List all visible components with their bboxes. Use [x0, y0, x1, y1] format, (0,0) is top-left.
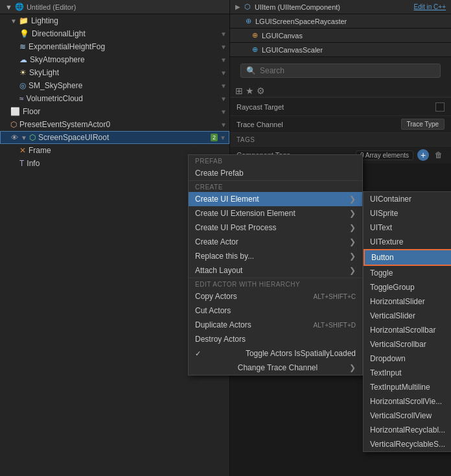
- submenu-horizontal-scrollbar[interactable]: HorizontalScrollbar: [364, 323, 451, 337]
- raycast-label: Raycast Target: [237, 103, 435, 111]
- floor-label: Floor: [23, 107, 40, 116]
- submenu-vertical-recyclable[interactable]: VerticalRecyclableS...: [364, 437, 451, 451]
- submenu-textinput-multiline[interactable]: TextInputMultiline: [364, 380, 451, 394]
- create-ui-post-item[interactable]: Create UI Post Process ❯: [189, 220, 362, 235]
- edit-in-cpp[interactable]: Edit in C++: [414, 3, 446, 10]
- tree-item-sky-light[interactable]: ☀ SkyLight ▼: [0, 66, 229, 79]
- vol-cloud-label: VolumetricCloud: [27, 94, 83, 103]
- fog-label: ExponentialHeightFog: [29, 42, 105, 51]
- cut-actors-item[interactable]: Cut Actors: [189, 303, 362, 318]
- submenu-vertical-scrollview[interactable]: VerticalScrollView: [364, 409, 451, 423]
- tree-header: ▼ 🌐 Untitled (Editor): [0, 0, 229, 14]
- create-ui-element-item[interactable]: Create UI Element ❯: [189, 192, 362, 206]
- world-icon: 🌐: [15, 3, 24, 11]
- submenu-dropdown[interactable]: Dropdown: [364, 351, 451, 366]
- tree-item-volumetric-cloud[interactable]: ≈ VolumetricCloud ▼: [0, 92, 229, 105]
- tags-section-label: Tags: [237, 136, 255, 143]
- tree-item-sky-atmosphere[interactable]: ☁ SkyAtmosphere ▼: [0, 53, 229, 66]
- submenu-uitexture[interactable]: UITexture: [364, 235, 451, 249]
- directional-light-label: DirectionalLight: [32, 29, 86, 38]
- attach-layout-chevron: ❯: [349, 266, 356, 275]
- canvas-label: LGUICanvas: [262, 32, 303, 40]
- create-actor-item[interactable]: Create Actor ❯: [189, 235, 362, 249]
- destroy-actors-item[interactable]: Destroy Actors: [189, 332, 362, 346]
- toggle-spatially-item[interactable]: ✓ Toggle Actors IsSpatiallyLoaded: [189, 346, 362, 361]
- create-ui-extension-item[interactable]: Create UI Extension Element ❯: [189, 206, 362, 220]
- trace-row: Trace Channel Trace Type: [230, 115, 451, 132]
- trace-type-btn[interactable]: Trace Type: [401, 119, 445, 130]
- toggle-check: ✓: [195, 350, 201, 358]
- lgui-canvas-row: ⊕ LGUICanvas: [230, 29, 451, 43]
- replace-this-item[interactable]: Replace this by... ❯: [189, 249, 362, 263]
- search-container: 🔍: [230, 57, 451, 84]
- submenu-horizontal-recyclable[interactable]: HorizontalRecyclabl...: [364, 423, 451, 437]
- prefab-section-label: PREFAB: [189, 155, 362, 166]
- duplicate-actors-item[interactable]: Duplicate Actors ALT+SHIFT+D: [189, 318, 362, 332]
- submenu-horizontal-scrollview[interactable]: HorizontalScrollVie...: [364, 394, 451, 409]
- search-icon: 🔍: [246, 66, 256, 75]
- right-header-2: ⊕ LGUIScreenSpaceRaycaster: [230, 14, 451, 29]
- tree-item-screen-space[interactable]: 👁 ▼ ⬡ ScreenSpaceUIRoot 2 ▼: [0, 131, 229, 144]
- submenu-button[interactable]: Button: [364, 249, 451, 266]
- sky-atm-label: SkyAtmosphere: [30, 55, 85, 64]
- array-elements-badge: 0 Array elements: [356, 150, 413, 160]
- lighting-label: Lighting: [31, 16, 58, 25]
- tags-header: Tags: [230, 132, 451, 146]
- raycaster-label: LGUIScreenSpaceRaycaster: [255, 18, 347, 25]
- edit-section-label: EDIT ACTOR WITH HIERARCHY: [189, 278, 362, 289]
- change-trace-chevron: ❯: [349, 363, 356, 372]
- tree-item-floor[interactable]: ⬜ Floor ▼: [0, 105, 229, 118]
- replace-chevron: ❯: [349, 252, 356, 261]
- delete-tag-button[interactable]: 🗑: [433, 149, 445, 161]
- submenu-create-ui: UIContainer UISprite UIText UITexture Bu…: [363, 191, 451, 452]
- grid-icon[interactable]: ⊞: [235, 86, 243, 96]
- scaler-icon: ⊕: [252, 45, 258, 54]
- gear-icon[interactable]: ⚙: [257, 86, 265, 96]
- context-menu: PREFAB Create Prefab CREATE Create UI El…: [188, 154, 363, 375]
- submenu-uicontainer[interactable]: UIContainer: [364, 192, 451, 206]
- screen-space-label: ScreenSpaceUIRoot: [38, 133, 109, 142]
- sky-light-label: SkyLight: [29, 68, 59, 77]
- frame-label: Frame: [29, 146, 51, 155]
- attach-layout-item[interactable]: Attach Layout ❯: [189, 263, 362, 278]
- right-panel: ▶ ⬡ UIItem (UIItemComponent) Edit in C++…: [230, 0, 451, 163]
- submenu-horizontal-slider[interactable]: HorizontalSlider: [364, 294, 451, 309]
- tree-header-arrow: ▼: [5, 3, 12, 11]
- create-ui-ext-chevron: ❯: [349, 209, 356, 218]
- tree-item-directional-light[interactable]: 💡 DirectionalLight ▼: [0, 27, 229, 40]
- copy-actors-item[interactable]: Copy Actors ALT+SHIFT+C: [189, 289, 362, 303]
- tree-item-sm-skysphere[interactable]: ◎ SM_SkySphere ▼: [0, 79, 229, 92]
- count-badge: 2: [211, 134, 218, 141]
- submenu-toggle[interactable]: Toggle: [364, 266, 451, 280]
- create-ui-element-chevron: ❯: [349, 195, 356, 204]
- submenu-vertical-slider[interactable]: VerticalSlider: [364, 309, 451, 323]
- add-tag-button[interactable]: +: [417, 149, 429, 161]
- create-ui-post-chevron: ❯: [349, 223, 356, 232]
- star-icon[interactable]: ★: [246, 86, 254, 96]
- tree-item-exponential-fog[interactable]: ≋ ExponentialHeightFog ▼: [0, 40, 229, 53]
- tree-item-lighting[interactable]: ▼ 📁 Lighting: [0, 14, 229, 27]
- create-section-label: CREATE: [189, 180, 362, 192]
- submenu-uitext[interactable]: UIText: [364, 220, 451, 235]
- raycast-row: Raycast Target: [230, 97, 451, 115]
- raycast-checkbox[interactable]: [435, 102, 445, 112]
- tree-item-preset-event[interactable]: ⬡ PresetEventSystemActor0 ▼: [0, 118, 229, 131]
- search-input[interactable]: [260, 66, 435, 75]
- search-bar: 🔍: [240, 64, 441, 78]
- bottom-section: Raycast Target Trace Channel Trace Type …: [230, 97, 451, 163]
- create-prefab-item[interactable]: Create Prefab: [189, 166, 362, 180]
- submenu-togglegroup[interactable]: ToggleGroup: [364, 280, 451, 294]
- scaler-label: LGUICanvasScaler: [262, 46, 323, 54]
- tree-header-title: Untitled (Editor): [27, 3, 76, 11]
- submenu-textinput[interactable]: TextInput: [364, 366, 451, 380]
- ui-item-icon: ⬡: [244, 3, 251, 11]
- sm-sky-label: SM_SkySphere: [29, 81, 82, 90]
- change-trace-item[interactable]: Change Trace Channel ❯: [189, 361, 362, 375]
- breadcrumb-title: UIItem (UIItemComponent): [255, 3, 340, 11]
- submenu-uisprite[interactable]: UISprite: [364, 206, 451, 220]
- trace-channel-label: Trace Channel: [237, 121, 397, 128]
- lgui-canvas-scaler-row: ⊕ LGUICanvasScaler: [230, 43, 451, 57]
- submenu-vertical-scrollbar[interactable]: VerticalScrollbar: [364, 337, 451, 351]
- create-actor-chevron: ❯: [349, 237, 356, 246]
- canvas-icon: ⊕: [252, 31, 258, 40]
